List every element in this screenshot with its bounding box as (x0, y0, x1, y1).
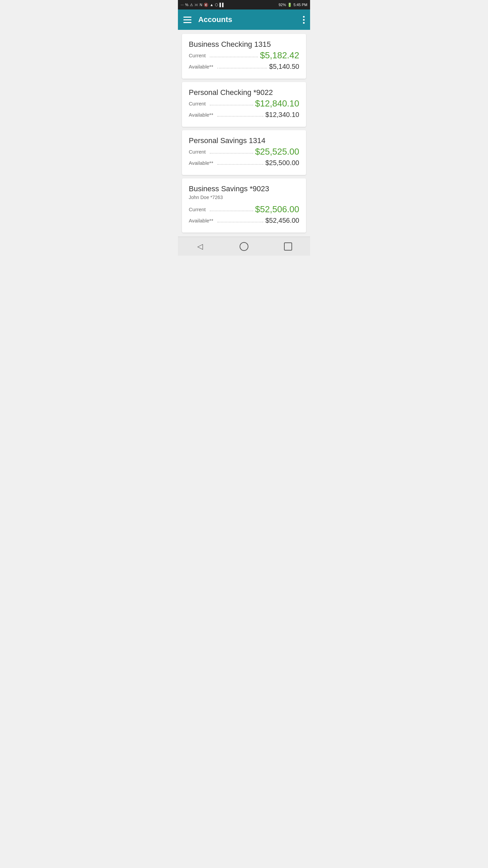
available-label: Available** (189, 64, 213, 70)
app-bar-left: Accounts (183, 15, 232, 24)
available-amount: $12,340.10 (265, 111, 299, 119)
account-card-3[interactable]: Personal Savings 1314 Current $25,525.00… (182, 130, 306, 175)
account-name: Personal Savings 1314 (189, 136, 299, 145)
recent-icon (284, 242, 292, 251)
available-amount: $5,140.50 (269, 63, 299, 71)
dots-available (217, 116, 263, 117)
dots-current (210, 211, 253, 211)
home-icon (240, 242, 248, 251)
dots-current (210, 57, 258, 57)
more-dot-2 (303, 19, 305, 21)
account-name: Business Savings *9023 (189, 184, 299, 193)
dots-available (217, 222, 263, 222)
percent-icon: % (185, 3, 188, 7)
dots-available (217, 68, 267, 68)
hamburger-line-2 (183, 19, 191, 20)
current-amount: $52,506.00 (255, 204, 299, 215)
more-dot-1 (303, 16, 305, 18)
back-icon: ◁ (197, 242, 203, 251)
account-card-2[interactable]: Personal Checking *9022 Current $12,840.… (182, 82, 306, 127)
bluetooth-icon: ⯵ (195, 3, 198, 7)
current-label: Current (189, 206, 206, 212)
current-balance-row: Current $5,182.42 (189, 50, 299, 61)
available-balance-row: Available** $5,140.50 (189, 63, 299, 71)
app-bar: Accounts (178, 9, 310, 30)
time-display: 5:45 PM (293, 3, 307, 7)
dots-current (210, 153, 253, 154)
available-balance-row: Available** $12,340.10 (189, 111, 299, 119)
account-card-4[interactable]: Business Savings *9023 John Doe *7263 Cu… (182, 178, 306, 233)
current-balance-row: Current $52,506.00 (189, 204, 299, 215)
more-options-button[interactable] (303, 16, 305, 24)
wifi-icon: ▲ (210, 3, 214, 7)
warning-icon: ⚠ (190, 3, 193, 7)
current-amount: $25,525.00 (255, 146, 299, 157)
available-amount: $25,500.00 (265, 159, 299, 167)
nfc-icon: N (200, 3, 202, 7)
nav-home-button[interactable] (234, 240, 254, 253)
current-balance-row: Current $25,525.00 (189, 146, 299, 157)
current-amount: $12,840.10 (255, 98, 299, 109)
available-label: Available** (189, 218, 213, 223)
available-balance-row: Available** $25,500.00 (189, 159, 299, 167)
nav-recent-button[interactable] (278, 240, 298, 253)
available-label: Available** (189, 160, 213, 166)
current-amount: $5,182.42 (260, 50, 299, 61)
account-subtitle: John Doe *7263 (189, 195, 299, 200)
status-bar: ··· % ⚠ ⯵ N 🔇 ▲ ⬡ ▌▌ 92% 🔋 5:45 PM (178, 0, 310, 9)
hamburger-line-3 (183, 22, 191, 23)
current-label: Current (189, 149, 206, 155)
available-amount: $52,456.00 (265, 217, 299, 224)
nav-bar: ◁ (178, 237, 310, 256)
nav-back-button[interactable]: ◁ (190, 240, 210, 253)
page-title: Accounts (198, 15, 232, 24)
status-right-icons: 92% 🔋 5:45 PM (279, 3, 307, 7)
account-card-1[interactable]: Business Checking 1315 Current $5,182.42… (182, 34, 306, 79)
menu-button[interactable] (183, 17, 191, 23)
file-transfer-icon: ⬡ (215, 3, 218, 7)
hamburger-line-1 (183, 17, 191, 18)
no-sound-icon: 🔇 (204, 3, 208, 7)
current-balance-row: Current $12,840.10 (189, 98, 299, 109)
available-balance-row: Available** $52,456.00 (189, 217, 299, 224)
accounts-list: Business Checking 1315 Current $5,182.42… (178, 30, 310, 237)
current-label: Current (189, 101, 206, 106)
current-label: Current (189, 53, 206, 58)
status-left-icons: ··· % ⚠ ⯵ N 🔇 ▲ ⬡ ▌▌ (181, 3, 225, 7)
dots-current (210, 105, 253, 105)
account-name: Personal Checking *9022 (189, 88, 299, 97)
signal-icon: ▌▌ (220, 3, 225, 7)
available-label: Available** (189, 112, 213, 118)
battery-level: 92% (279, 3, 286, 7)
dots-available (217, 164, 263, 165)
account-name: Business Checking 1315 (189, 40, 299, 49)
notification-icon: ··· (181, 3, 184, 7)
battery-icon: 🔋 (287, 3, 292, 7)
more-dot-3 (303, 22, 305, 24)
